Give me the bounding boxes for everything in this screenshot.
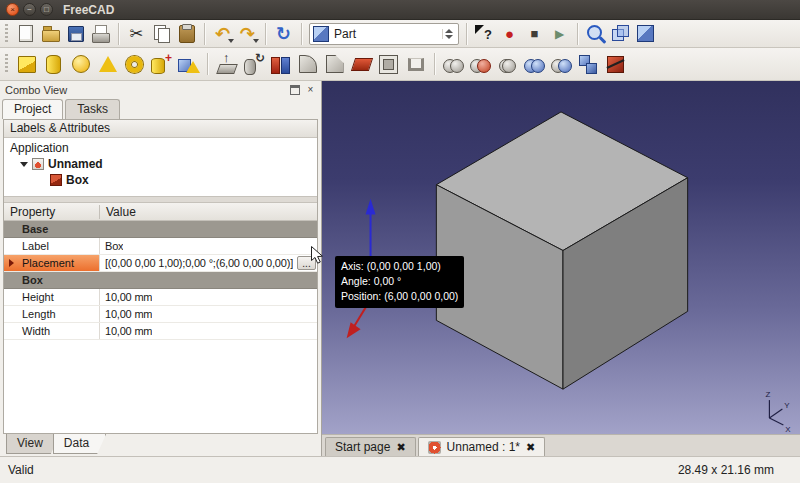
tab-view[interactable]: View	[6, 434, 60, 454]
tree-item-application[interactable]: Application	[4, 140, 317, 156]
part-union-icon[interactable]	[494, 50, 521, 79]
window-maximize-button[interactable]: □	[40, 3, 53, 16]
property-value-cell[interactable]: [(0,00 0,00 1,00);0,00 °;(6,00 0,00 0,00…	[100, 255, 317, 271]
workbench-selector[interactable]: Part	[309, 23, 459, 45]
window-close-button[interactable]: ×	[6, 3, 19, 16]
part-boolean-icon[interactable]	[440, 50, 467, 79]
property-value-cell[interactable]: 10,00 mm ...	[100, 323, 317, 339]
property-row-label[interactable]: Label Box ...	[4, 238, 317, 255]
new-document-icon[interactable]	[13, 21, 38, 46]
tab-data[interactable]: Data	[53, 434, 106, 454]
close-tab-icon[interactable]: ✖	[396, 441, 405, 454]
property-value-cell[interactable]: Box ...	[100, 238, 317, 254]
part-fillet-icon[interactable]	[294, 50, 321, 79]
part-shape-builder-icon[interactable]	[175, 50, 202, 79]
panel-title: Combo View	[5, 84, 290, 96]
part-offset-icon[interactable]	[375, 50, 402, 79]
isometric-view-icon[interactable]	[608, 21, 633, 46]
part-extrude-icon[interactable]	[213, 50, 240, 79]
model-tree: Application Unnamed Box	[4, 138, 317, 188]
save-document-icon[interactable]	[63, 21, 88, 46]
property-value-cell[interactable]: ...	[100, 272, 317, 288]
part-revolve-icon[interactable]	[240, 50, 267, 79]
part-ruled-surface-icon[interactable]	[348, 50, 375, 79]
cursor-coordinates: 28.49 x 21.16 mm	[678, 463, 792, 477]
whats-this-icon[interactable]: ?	[472, 21, 497, 46]
toolbar-grip[interactable]	[5, 24, 8, 44]
property-value-cell[interactable]: 10,00 mm ...	[100, 306, 317, 322]
property-name-cell: Placement	[4, 255, 100, 271]
macro-play-icon[interactable]: ▶	[547, 21, 572, 46]
tree-item-unnamed[interactable]: Unnamed	[4, 156, 317, 172]
draw-style-icon[interactable]	[633, 21, 658, 46]
part-sphere-icon[interactable]	[67, 50, 94, 79]
cut-icon[interactable]: ✂	[124, 21, 149, 46]
property-row-height[interactable]: Height 10,00 mm ...	[4, 289, 317, 306]
toolbar-grip[interactable]	[5, 54, 8, 74]
zoom-fit-icon[interactable]	[583, 21, 608, 46]
property-column-header[interactable]: Property	[4, 205, 100, 219]
separator	[118, 23, 119, 45]
3d-viewport[interactable]: Z Y X Axis: (0,00 0,00 1,00)Angle: 0,00 …	[322, 81, 800, 434]
part-join-icon[interactable]	[548, 50, 575, 79]
float-panel-icon[interactable]	[290, 85, 300, 95]
refresh-icon[interactable]: ↻	[271, 21, 296, 46]
print-icon[interactable]	[88, 21, 113, 46]
property-value-cell[interactable]: ...	[100, 221, 317, 237]
separator	[434, 53, 435, 75]
property-name-cell: Height	[4, 289, 100, 305]
macro-record-icon[interactable]: ●	[497, 21, 522, 46]
part-compound-icon[interactable]	[575, 50, 602, 79]
property-row-placement[interactable]: Placement [(0,00 0,00 1,00);0,00 °;(6,00…	[4, 255, 317, 272]
status-bar: Valid 28.49 x 21.16 mm	[0, 456, 800, 483]
property-row-length[interactable]: Length 10,00 mm ...	[4, 306, 317, 323]
window-minimize-button[interactable]: −	[23, 3, 36, 16]
freecad-window: ×−□ FreeCAD ✂ ↶↷ ↻ Part ? ●■▶	[0, 0, 800, 483]
property-expander-icon[interactable]	[9, 259, 14, 267]
combo-spinner-icon[interactable]	[442, 29, 455, 39]
doc-tab-start-page[interactable]: Start page ✖	[325, 437, 416, 456]
property-group-base[interactable]: Base ...	[4, 221, 317, 238]
tree-spacer	[4, 188, 317, 196]
part-box-icon[interactable]	[13, 50, 40, 79]
part-common-icon[interactable]	[521, 50, 548, 79]
property-group-box[interactable]: Box ...	[4, 272, 317, 289]
part-chamfer-icon[interactable]	[321, 50, 348, 79]
panel-splitter[interactable]	[4, 196, 317, 203]
part-section-icon[interactable]	[602, 50, 629, 79]
macro-stop-icon[interactable]: ■	[522, 21, 547, 46]
part-cylinder-icon[interactable]	[40, 50, 67, 79]
window-title: FreeCAD	[63, 3, 114, 17]
property-row-width[interactable]: Width 10,00 mm ...	[4, 323, 317, 340]
tree-item-box[interactable]: Box	[4, 172, 317, 188]
close-tab-icon[interactable]: ✖	[526, 441, 535, 454]
redo-icon[interactable]: ↷	[235, 21, 260, 46]
part-torus-icon[interactable]	[121, 50, 148, 79]
tab-project[interactable]: Project	[2, 99, 63, 119]
doc-tab-unnamed[interactable]: Unnamed : 1* ✖	[418, 437, 546, 456]
ellipsis-button[interactable]: ...	[297, 256, 316, 270]
separator	[301, 23, 302, 45]
document-tabs: Start page ✖ Unnamed : 1* ✖	[322, 434, 800, 456]
part-primitives-icon[interactable]	[148, 50, 175, 79]
part-workbench-icon	[313, 26, 329, 42]
status-message: Valid	[8, 463, 34, 477]
part-cone-icon[interactable]	[94, 50, 121, 79]
property-value-cell[interactable]: 10,00 mm ...	[100, 289, 317, 305]
separator	[466, 23, 467, 45]
property-name-cell: Base	[4, 221, 100, 237]
box-object[interactable]	[436, 112, 687, 389]
expander-icon[interactable]	[20, 162, 28, 167]
part-thickness-icon[interactable]	[402, 50, 429, 79]
undo-icon[interactable]: ↶	[210, 21, 235, 46]
open-document-icon[interactable]	[38, 21, 63, 46]
paste-icon[interactable]	[174, 21, 199, 46]
copy-icon[interactable]	[149, 21, 174, 46]
close-panel-icon[interactable]: ×	[305, 84, 316, 95]
tab-tasks[interactable]: Tasks	[65, 99, 120, 119]
value-column-header[interactable]: Value	[100, 205, 136, 219]
placement-tooltip: Axis: (0,00 0,00 1,00)Angle: 0,00 °Posit…	[335, 256, 464, 308]
property-name-cell: Width	[4, 323, 100, 339]
part-mirror-icon[interactable]	[267, 50, 294, 79]
part-cut-icon[interactable]	[467, 50, 494, 79]
